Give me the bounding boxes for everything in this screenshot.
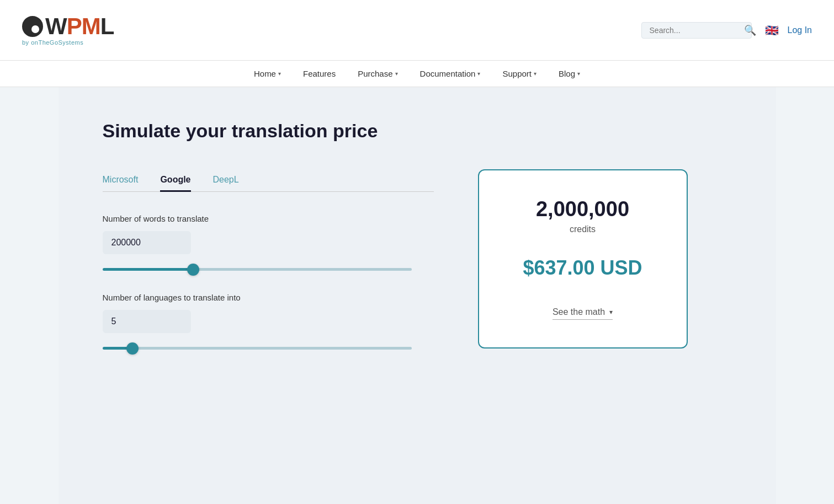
chevron-down-icon: ▾	[577, 71, 580, 77]
language-flag[interactable]: 🇬🇧	[765, 24, 779, 37]
credits-amount: 2,000,000	[536, 198, 629, 221]
main-content: Simulate your translation price Microsof…	[59, 87, 776, 504]
price-amount: $637.00 USD	[523, 256, 642, 280]
page-title: Simulate your translation price	[103, 120, 732, 142]
provider-tabs: Microsoft Google DeepL	[103, 169, 434, 192]
languages-input[interactable]	[103, 310, 191, 333]
tab-microsoft[interactable]: Microsoft	[103, 169, 139, 192]
main-nav: Home ▾ Features Purchase ▾ Documentation…	[0, 61, 834, 87]
left-panel: Microsoft Google DeepL Number of words t…	[103, 169, 434, 372]
nav-item-home[interactable]: Home ▾	[245, 62, 290, 85]
tab-google[interactable]: Google	[160, 169, 190, 192]
result-card: 2,000,000 credits $637.00 USD See the ma…	[478, 169, 688, 348]
search-icon-button[interactable]: 🔍	[744, 24, 756, 36]
chevron-down-icon: ▾	[395, 71, 398, 77]
chevron-down-icon: ▾	[477, 71, 480, 77]
nav-item-features[interactable]: Features	[294, 62, 344, 85]
tab-deepl[interactable]: DeepL	[213, 169, 239, 192]
logo-subtitle: by onTheGoSystems	[22, 39, 83, 46]
logo-area: WPML by onTheGoSystems	[22, 15, 114, 46]
languages-input-group: Number of languages to translate into	[103, 293, 434, 352]
chevron-down-icon: ▾	[534, 71, 536, 77]
header-right: 🔍 🇬🇧 Log In	[641, 22, 812, 39]
words-slider-container	[103, 263, 412, 273]
search-input[interactable]	[641, 22, 752, 39]
logo-text: WPML	[45, 15, 114, 38]
words-slider[interactable]	[103, 268, 412, 271]
login-button[interactable]: Log In	[788, 25, 812, 35]
languages-label: Number of languages to translate into	[103, 293, 434, 302]
chevron-down-icon: ▾	[609, 308, 613, 316]
credits-label: credits	[570, 224, 596, 234]
nav-item-support[interactable]: Support ▾	[493, 62, 545, 85]
header: WPML by onTheGoSystems 🔍 🇬🇧 Log In	[0, 0, 834, 61]
words-input-group: Number of words to translate	[103, 214, 434, 273]
words-input[interactable]	[103, 231, 191, 254]
languages-slider-container	[103, 342, 412, 352]
chevron-down-icon: ▾	[278, 71, 281, 77]
languages-slider[interactable]	[103, 347, 412, 350]
nav-item-blog[interactable]: Blog ▾	[550, 62, 589, 85]
logo-icon	[22, 16, 43, 37]
see-math-button[interactable]: See the math ▾	[553, 307, 613, 320]
nav-item-documentation[interactable]: Documentation ▾	[411, 62, 490, 85]
simulator-layout: Microsoft Google DeepL Number of words t…	[103, 169, 732, 372]
nav-item-purchase[interactable]: Purchase ▾	[349, 62, 406, 85]
words-label: Number of words to translate	[103, 214, 434, 223]
